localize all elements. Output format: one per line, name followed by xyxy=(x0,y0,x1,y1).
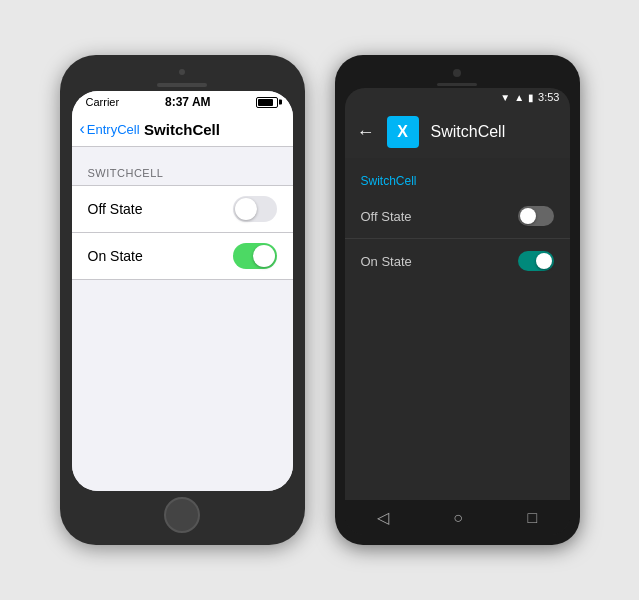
ios-chevron-icon: ‹ xyxy=(80,120,85,138)
ios-nav-bar: ‹ EntryCell SwitchCell xyxy=(72,113,293,147)
android-back-button[interactable]: ← xyxy=(357,122,375,143)
android-off-state-label: Off State xyxy=(361,209,412,224)
android-status-icons: ▼ ▲ ▮ xyxy=(500,92,534,103)
android-toggle-on-knob xyxy=(536,253,552,269)
android-nav-bar: ◁ ○ □ xyxy=(345,500,570,535)
ios-row-off: Off State xyxy=(72,186,293,233)
android-toggle-on[interactable] xyxy=(518,251,554,271)
android-camera xyxy=(453,69,461,77)
android-speaker xyxy=(437,83,477,86)
android-row-off: Off State xyxy=(345,194,570,239)
ios-time: 8:37 AM xyxy=(165,95,211,109)
ios-toggle-off[interactable] xyxy=(233,196,277,222)
ios-battery-fill xyxy=(258,99,272,106)
ios-carrier: Carrier xyxy=(86,96,120,108)
android-on-state-label: On State xyxy=(361,254,412,269)
android-toggle-off[interactable] xyxy=(518,206,554,226)
ios-toggle-on-knob xyxy=(253,245,275,267)
android-time: 3:53 xyxy=(538,91,559,103)
android-content: SwitchCell Off State On State xyxy=(345,158,570,500)
ios-status-bar: Carrier 8:37 AM xyxy=(72,91,293,113)
android-home-nav-button[interactable]: ○ xyxy=(453,509,463,527)
android-toolbar: ← X SwitchCell xyxy=(345,106,570,158)
ios-battery xyxy=(256,97,278,108)
ios-speaker xyxy=(157,83,207,87)
android-toolbar-title: SwitchCell xyxy=(431,123,506,141)
ios-camera xyxy=(179,69,185,75)
android-app-icon-label: X xyxy=(397,123,408,141)
ios-nav-title: SwitchCell xyxy=(144,121,220,138)
ios-row-on: On State xyxy=(72,233,293,279)
android-signal-icon: ▲ xyxy=(514,92,524,103)
ios-off-state-label: Off State xyxy=(88,201,143,217)
android-phone: ▼ ▲ ▮ 3:53 ← X SwitchCell SwitchCell Off… xyxy=(335,55,580,545)
ios-content: SWITCHCELL Off State On State xyxy=(72,147,293,491)
android-row-on: On State xyxy=(345,239,570,283)
ios-toggle-on[interactable] xyxy=(233,243,277,269)
android-battery-icon: ▮ xyxy=(528,92,534,103)
ios-on-state-label: On State xyxy=(88,248,143,264)
android-section-title: SwitchCell xyxy=(345,168,570,194)
android-app-icon: X xyxy=(387,116,419,148)
ios-table: Off State On State xyxy=(72,185,293,280)
ios-home-button[interactable] xyxy=(164,497,200,533)
ios-section-header: SWITCHCELL xyxy=(72,167,293,185)
ios-toggle-off-knob xyxy=(235,198,257,220)
ios-screen: Carrier 8:37 AM ‹ EntryCell SwitchCell S… xyxy=(72,91,293,491)
ios-phone: Carrier 8:37 AM ‹ EntryCell SwitchCell S… xyxy=(60,55,305,545)
android-back-nav-button[interactable]: ◁ xyxy=(377,508,389,527)
android-wifi-icon: ▼ xyxy=(500,92,510,103)
ios-back-button[interactable]: ‹ EntryCell xyxy=(80,121,140,138)
android-status-bar: ▼ ▲ ▮ 3:53 xyxy=(345,88,570,106)
android-toggle-off-knob xyxy=(520,208,536,224)
android-recents-nav-button[interactable]: □ xyxy=(528,509,538,527)
ios-back-label: EntryCell xyxy=(87,122,140,137)
android-screen: ▼ ▲ ▮ 3:53 ← X SwitchCell SwitchCell Off… xyxy=(345,88,570,535)
